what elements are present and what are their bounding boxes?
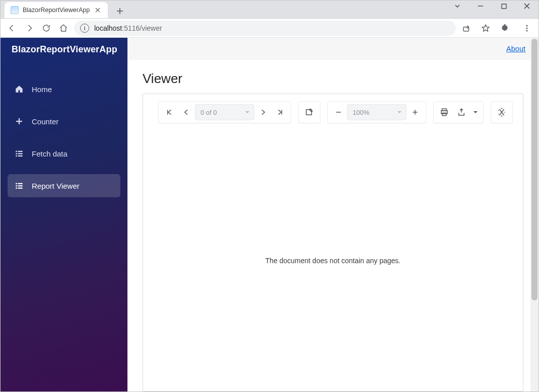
svg-rect-5 bbox=[16, 151, 17, 152]
home-icon bbox=[15, 85, 24, 94]
highlight-group bbox=[298, 101, 320, 123]
close-tab-icon[interactable] bbox=[94, 6, 102, 14]
export-group bbox=[433, 101, 484, 123]
plus-icon bbox=[15, 117, 24, 126]
svg-rect-6 bbox=[18, 151, 23, 152]
nav-forward-button[interactable] bbox=[23, 22, 36, 35]
svg-rect-17 bbox=[306, 110, 312, 115]
viewer-toolbar: 0 of 0 bbox=[143, 94, 523, 130]
page-title: Viewer bbox=[143, 71, 523, 87]
url-path: /viewer bbox=[140, 24, 162, 32]
window-controls bbox=[446, 0, 538, 14]
scrollbar-thumb[interactable] bbox=[531, 39, 537, 300]
chevron-down-icon bbox=[397, 110, 402, 115]
extensions-icon[interactable] bbox=[498, 22, 511, 35]
print-button[interactable] bbox=[436, 104, 453, 121]
browser-window: BlazorReportViewerApp bbox=[0, 0, 539, 392]
svg-rect-11 bbox=[16, 183, 17, 184]
zoom-in-button[interactable] bbox=[407, 104, 424, 121]
share-icon[interactable] bbox=[460, 22, 473, 35]
url-host: localhost bbox=[94, 24, 122, 32]
sidebar-item-label: Report Viewer bbox=[32, 182, 80, 190]
main-area: About Viewer 0 o bbox=[127, 38, 538, 391]
new-tab-button[interactable] bbox=[113, 4, 127, 18]
bookmark-star-icon[interactable] bbox=[479, 22, 492, 35]
window-maximize-button[interactable] bbox=[492, 0, 515, 14]
sidebar-item-fetch-data[interactable]: Fetch data bbox=[8, 142, 120, 165]
pagination-group: 0 of 0 bbox=[158, 101, 291, 123]
svg-rect-7 bbox=[16, 153, 17, 154]
browser-menu-icon[interactable] bbox=[520, 22, 533, 35]
svg-rect-8 bbox=[18, 153, 23, 154]
chevron-down-icon bbox=[245, 110, 250, 115]
sidebar-item-label: Counter bbox=[32, 117, 58, 126]
window-close-button[interactable] bbox=[515, 0, 538, 14]
svg-rect-0 bbox=[502, 4, 506, 9]
sidebar-item-home[interactable]: Home bbox=[8, 77, 120, 101]
svg-point-4 bbox=[526, 30, 527, 31]
svg-rect-12 bbox=[18, 183, 23, 184]
search-group bbox=[491, 101, 513, 123]
browser-tab[interactable]: BlazorReportViewerApp bbox=[5, 2, 108, 18]
first-page-button[interactable] bbox=[161, 104, 178, 121]
nav-reload-button[interactable] bbox=[40, 22, 53, 35]
tab-favicon bbox=[11, 6, 19, 14]
svg-rect-14 bbox=[18, 185, 23, 186]
page-selector[interactable]: 0 of 0 bbox=[195, 104, 254, 120]
sidebar-item-counter[interactable]: Counter bbox=[8, 110, 120, 133]
list-icon bbox=[15, 149, 24, 158]
next-page-button[interactable] bbox=[254, 104, 272, 121]
browser-tab-strip: BlazorReportViewerApp bbox=[1, 1, 538, 19]
tab-search-button[interactable] bbox=[446, 0, 469, 14]
nav-back-button[interactable] bbox=[6, 22, 19, 35]
zoom-out-button[interactable] bbox=[330, 104, 347, 121]
zoom-selector[interactable]: 100% bbox=[347, 104, 407, 120]
search-button[interactable] bbox=[493, 104, 510, 121]
app-brand: BlazorReportViewerApp bbox=[1, 38, 127, 62]
svg-rect-10 bbox=[18, 155, 23, 156]
top-bar: About bbox=[127, 38, 538, 60]
page-content: Viewer 0 of 0 bbox=[127, 60, 538, 391]
svg-point-2 bbox=[526, 25, 527, 26]
zoom-group: 100% bbox=[327, 101, 426, 123]
export-button[interactable] bbox=[453, 104, 470, 121]
report-viewer: 0 of 0 bbox=[143, 94, 523, 391]
svg-point-3 bbox=[526, 27, 527, 29]
highlight-fields-button[interactable] bbox=[301, 104, 318, 121]
prev-page-button[interactable] bbox=[178, 104, 195, 121]
svg-rect-9 bbox=[16, 155, 17, 156]
url-port: :5116 bbox=[122, 24, 140, 32]
nav-home-button[interactable] bbox=[57, 22, 70, 35]
sidebar-item-label: Home bbox=[32, 85, 52, 94]
export-dropdown-button[interactable] bbox=[470, 104, 481, 121]
viewer-canvas: The document does not contain any pages. bbox=[143, 130, 523, 391]
svg-rect-13 bbox=[16, 185, 17, 186]
zoom-value: 100% bbox=[353, 109, 369, 116]
vertical-scrollbar[interactable] bbox=[530, 38, 538, 391]
empty-state-message: The document does not contain any pages. bbox=[265, 257, 401, 265]
svg-rect-15 bbox=[16, 188, 17, 189]
page-selector-value: 0 of 0 bbox=[200, 109, 217, 116]
sidebar-nav: Home Counter Fetch data bbox=[1, 62, 127, 197]
window-minimize-button[interactable] bbox=[469, 0, 492, 14]
browser-address-bar: i localhost:5116/viewer bbox=[1, 19, 538, 38]
last-page-button[interactable] bbox=[272, 104, 289, 121]
site-info-icon[interactable]: i bbox=[80, 24, 89, 33]
svg-rect-16 bbox=[18, 188, 23, 189]
tab-title: BlazorReportViewerApp bbox=[23, 7, 90, 14]
sidebar-item-report-viewer[interactable]: Report Viewer bbox=[8, 174, 120, 197]
list-icon bbox=[15, 181, 24, 190]
sidebar-item-label: Fetch data bbox=[32, 149, 68, 158]
about-link[interactable]: About bbox=[506, 45, 525, 53]
url-bar[interactable]: i localhost:5116/viewer bbox=[74, 21, 456, 36]
app-root: BlazorReportViewerApp Home Counter bbox=[1, 38, 538, 391]
sidebar: BlazorReportViewerApp Home Counter bbox=[1, 38, 127, 391]
